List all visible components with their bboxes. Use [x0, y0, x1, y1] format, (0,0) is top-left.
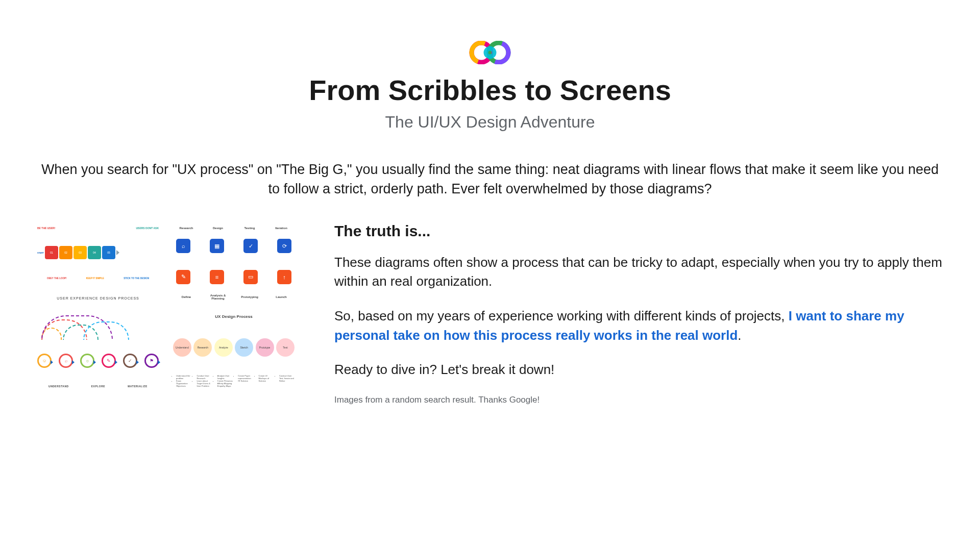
- diagram-3: ☺ ⌕ ☼ ✎ ✓ ⚑ UNDERSTAND EXPLORE MATERIALI…: [33, 310, 163, 392]
- slide: From Scribbles to Screens The UI/UX Desi…: [0, 0, 980, 548]
- content-row: BE THE USER! USERS DONT ASK START 01 02 …: [33, 222, 947, 405]
- logo-icon: [467, 41, 513, 64]
- launch-icon: ↑: [277, 270, 291, 284]
- paragraph-3: Ready to dive in? Let's break it down!: [334, 360, 947, 380]
- paragraph-2: So, based on my years of experience work…: [334, 307, 947, 345]
- prototyping-icon: ▭: [243, 270, 258, 284]
- testing-icon: ✓: [243, 239, 258, 253]
- logo: [467, 41, 513, 64]
- d4-bullets: Understand the problemKnow Organization …: [173, 375, 295, 388]
- d1-steps: START 01 02 03 04 05: [37, 246, 159, 259]
- truth-heading: The truth is...: [334, 222, 947, 240]
- iteration-icon: ⟳: [277, 239, 291, 253]
- d1-caption: USER EXPERIENCE DESIGN PROCESS: [37, 296, 159, 300]
- design-icon: ▦: [210, 239, 224, 253]
- text-column: The truth is... These diagrams often sho…: [334, 222, 947, 405]
- analysis-icon: ≡: [210, 270, 224, 284]
- diagram-grid: BE THE USER! USERS DONT ASK START 01 02 …: [33, 222, 299, 392]
- d1-top-left: BE THE USER!: [37, 227, 55, 230]
- search-icon: ⌕: [176, 239, 190, 253]
- d4-title: UX Design Process: [173, 314, 295, 319]
- diagram-4: UX Design Process Understand Research An…: [169, 310, 299, 392]
- p2-post: .: [738, 328, 741, 343]
- diagram-1: BE THE USER! USERS DONT ASK START 01 02 …: [33, 222, 163, 304]
- diagram-2: Research Design Testing Iteration ⌕ ▦ ✓ …: [169, 222, 299, 304]
- paragraph-1: These diagrams often show a process that…: [334, 253, 947, 291]
- p2-pre: So, based on my years of experience work…: [334, 308, 789, 323]
- page-subtitle: The UI/UX Design Adventure: [385, 113, 595, 132]
- intro-paragraph: When you search for "UX process" on "The…: [41, 160, 939, 199]
- image-credit: Images from a random search result. Than…: [334, 395, 947, 405]
- define-icon: ✎: [176, 270, 190, 284]
- page-title: From Scribbles to Screens: [309, 73, 671, 107]
- d1-top-right: USERS DONT ASK: [136, 227, 159, 230]
